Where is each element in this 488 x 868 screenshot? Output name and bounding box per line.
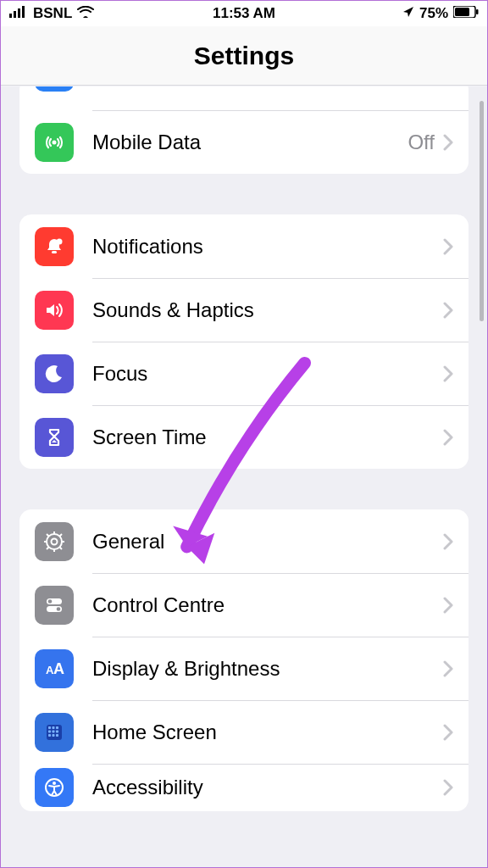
location-icon: [402, 5, 414, 22]
chevron-right-icon: [443, 302, 453, 319]
textsize-icon: AA: [35, 649, 74, 688]
svg-rect-3: [22, 6, 25, 18]
settings-row-partial[interactable]: [19, 86, 469, 110]
svg-line-16: [47, 534, 49, 537]
row-label: Mobile Data: [92, 131, 408, 154]
settings-row-screentime[interactable]: Screen Time: [19, 405, 469, 469]
status-bar: BSNL 11:53 AM 75%: [1, 1, 487, 26]
unknown-icon: [35, 86, 74, 92]
settings-row-general[interactable]: General: [19, 509, 469, 573]
wifi-icon: [77, 5, 94, 22]
chevron-right-icon: [443, 238, 453, 255]
svg-rect-33: [48, 734, 51, 737]
svg-rect-32: [56, 730, 58, 732]
row-label: Focus: [92, 362, 443, 386]
svg-rect-27: [48, 726, 51, 729]
chevron-right-icon: [443, 429, 453, 446]
hourglass-icon: [35, 418, 74, 457]
toggles-icon: [35, 586, 74, 625]
settings-scroll[interactable]: Mobile Data Off Notifications Sounds & H…: [1, 86, 487, 867]
chevron-right-icon: [443, 724, 453, 741]
row-label: Screen Time: [92, 426, 443, 449]
settings-row-notifications[interactable]: Notifications: [19, 214, 469, 278]
settings-group-connectivity: Mobile Data Off: [19, 86, 469, 174]
row-label: Sounds & Haptics: [92, 298, 443, 322]
signal-icon: [9, 5, 28, 22]
chevron-right-icon: [443, 660, 453, 677]
svg-rect-34: [53, 734, 55, 737]
settings-row-mobile-data[interactable]: Mobile Data Off: [19, 110, 469, 174]
svg-rect-9: [52, 251, 57, 253]
row-label: Home Screen: [92, 721, 443, 744]
settings-row-sounds[interactable]: Sounds & Haptics: [19, 278, 469, 342]
page-title: Settings: [194, 42, 294, 70]
speaker-icon: [35, 291, 74, 330]
svg-rect-35: [56, 734, 58, 737]
clock-label: 11:53 AM: [213, 5, 275, 22]
row-label: Display & Brightness: [92, 657, 443, 681]
settings-row-accessibility[interactable]: Accessibility: [19, 764, 469, 811]
svg-rect-1: [14, 11, 16, 18]
chevron-right-icon: [443, 533, 453, 550]
row-label: Control Centre: [92, 593, 443, 617]
svg-point-11: [52, 538, 58, 544]
chevron-right-icon: [443, 365, 453, 382]
chevron-right-icon: [443, 134, 453, 151]
gear-icon: [35, 522, 74, 561]
svg-line-17: [59, 547, 62, 549]
battery-percent: 75%: [419, 5, 448, 22]
accessibility-icon: [35, 768, 74, 807]
svg-rect-30: [48, 730, 51, 732]
settings-row-display[interactable]: AA Display & Brightness: [19, 637, 469, 700]
settings-group-general: General Control Centre AA Display & Brig…: [19, 509, 469, 811]
svg-rect-2: [18, 8, 20, 18]
nav-header: Settings: [1, 26, 487, 86]
svg-point-8: [57, 238, 63, 244]
grid-icon: [35, 713, 74, 752]
row-value: Off: [408, 131, 435, 154]
moon-icon: [35, 354, 74, 393]
antenna-icon: [35, 123, 74, 162]
svg-rect-6: [476, 9, 479, 14]
svg-rect-29: [56, 726, 58, 729]
row-label: Accessibility: [92, 776, 443, 799]
battery-icon: [453, 5, 479, 22]
row-label: General: [92, 530, 443, 554]
svg-point-23: [57, 607, 61, 611]
settings-row-home-screen[interactable]: Home Screen: [19, 700, 469, 764]
row-label: Notifications: [92, 235, 443, 259]
svg-rect-28: [53, 726, 55, 729]
svg-line-19: [59, 534, 62, 537]
chevron-right-icon: [443, 597, 453, 614]
settings-group-notifications: Notifications Sounds & Haptics Focus: [19, 214, 469, 469]
scrollbar-indicator: [480, 101, 484, 321]
settings-row-control-centre[interactable]: Control Centre: [19, 573, 469, 637]
svg-line-18: [47, 547, 49, 549]
carrier-label: BSNL: [33, 5, 72, 22]
svg-rect-0: [9, 14, 12, 18]
bell-icon: [35, 227, 74, 266]
svg-point-37: [53, 782, 56, 785]
svg-text:A: A: [53, 660, 64, 677]
settings-row-focus[interactable]: Focus: [19, 342, 469, 405]
svg-rect-31: [53, 730, 55, 732]
svg-rect-5: [455, 8, 469, 16]
svg-point-7: [53, 140, 57, 144]
chevron-right-icon: [443, 779, 453, 796]
svg-point-21: [48, 599, 53, 604]
